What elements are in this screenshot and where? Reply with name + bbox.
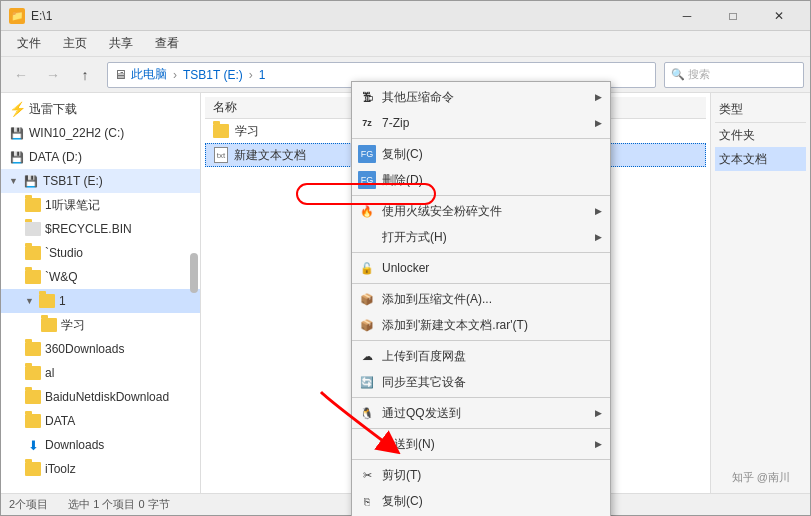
ctx-cut[interactable]: ✂ 剪切(T) xyxy=(352,462,610,488)
sidebar-item-label: Downloads xyxy=(45,438,104,452)
sidebar-item-360downloads[interactable]: 360Downloads xyxy=(1,337,200,361)
fg-delete-icon: FG xyxy=(358,171,376,189)
separator xyxy=(352,428,610,429)
sidebar-item-label: WIN10_22H2 (C:) xyxy=(29,126,124,140)
window-title: E:\1 xyxy=(31,9,52,23)
ctx-copy[interactable]: ⎘ 复制(C) xyxy=(352,488,610,514)
folder-icon xyxy=(25,222,41,236)
sidebar-item-label: 360Downloads xyxy=(45,342,124,356)
folder-icon xyxy=(41,318,57,332)
sidebar-item-data[interactable]: DATA xyxy=(1,409,200,433)
ctx-qq-send[interactable]: 🐧 通过QQ发送到 xyxy=(352,400,610,426)
separator xyxy=(352,138,610,139)
title-bar: 📁 E:\1 ─ □ ✕ xyxy=(1,1,810,31)
address-folder[interactable]: 1 xyxy=(259,68,266,82)
cut-icon: ✂ xyxy=(358,466,376,484)
menu-file[interactable]: 文件 xyxy=(7,33,51,54)
ctx-sync[interactable]: 🔄 同步至其它设备 xyxy=(352,369,610,395)
sidebar-item-notes[interactable]: 1听课笔记 xyxy=(1,193,200,217)
ctx-open-with[interactable]: 打开方式(H) xyxy=(352,224,610,250)
context-menu: 🗜 其他压缩命令 7z 7-Zip FG 复制(C) FG 删除(D) 🔥 使用… xyxy=(351,81,611,516)
ctx-7zip[interactable]: 7z 7-Zip xyxy=(352,110,610,136)
right-panel-txt-type: 文本文档 xyxy=(715,147,806,171)
downloads-icon: ⬇ xyxy=(25,437,41,453)
ctx-send-to[interactable]: 发送到(N) xyxy=(352,431,610,457)
ctx-unlocker[interactable]: 🔓 Unlocker xyxy=(352,255,610,281)
explorer-window: 📁 E:\1 ─ □ ✕ 文件 主页 共享 查看 ← → ↑ 🖥 此电脑 › T… xyxy=(0,0,811,516)
menu-view[interactable]: 查看 xyxy=(145,33,189,54)
fire-icon: 🔥 xyxy=(358,202,376,220)
sidebar-item-wq[interactable]: `W&Q xyxy=(1,265,200,289)
cloud-icon: ☁ xyxy=(358,347,376,365)
sidebar-item-label: `W&Q xyxy=(45,270,78,284)
drive-icon: 💾 xyxy=(23,173,39,189)
maximize-button[interactable]: □ xyxy=(710,1,756,31)
ctx-copy-fg[interactable]: FG 复制(C) xyxy=(352,141,610,167)
sidebar-item-e-drive[interactable]: ▼ 💾 TSB1T (E:) xyxy=(1,169,200,193)
close-button[interactable]: ✕ xyxy=(756,1,802,31)
folder-icon xyxy=(25,270,41,284)
sidebar-item-recycle[interactable]: $RECYCLE.BIN xyxy=(1,217,200,241)
sidebar-item-label: iToolz xyxy=(45,462,76,476)
ctx-add-archive[interactable]: 📦 添加到压缩文件(A)... xyxy=(352,286,610,312)
sidebar-item-label: BaiduNetdiskDownload xyxy=(45,390,169,404)
ctx-delete-fg[interactable]: FG 删除(D) xyxy=(352,167,610,193)
right-panel: 类型 文件夹 文本文档 xyxy=(710,93,810,493)
separator xyxy=(352,459,610,460)
unlocker-icon: 🔓 xyxy=(358,259,376,277)
search-box[interactable]: 🔍 搜索 xyxy=(664,62,804,88)
ctx-other-compress[interactable]: 🗜 其他压缩命令 xyxy=(352,84,610,110)
right-panel-folder-type: 文件夹 xyxy=(715,123,806,147)
7zip-icon: 7z xyxy=(358,114,376,132)
folder-icon xyxy=(25,246,41,260)
sidebar-item-downloads[interactable]: ⬇ Downloads xyxy=(1,433,200,457)
sidebar-item-baidu[interactable]: BaiduNetdiskDownload xyxy=(1,385,200,409)
sidebar-item-itools[interactable]: iToolz xyxy=(1,457,200,481)
right-panel-type-header: 类型 xyxy=(715,97,806,123)
watermark: 知乎 @南川 xyxy=(732,470,790,485)
sidebar-item-d-drive[interactable]: 💾 DATA (D:) xyxy=(1,145,200,169)
folder-icon xyxy=(213,124,229,138)
sync-icon: 🔄 xyxy=(358,373,376,391)
sidebar-item-label: DATA xyxy=(45,414,75,428)
separator xyxy=(352,397,610,398)
separator xyxy=(352,195,610,196)
sidebar-item-1[interactable]: ▼ 1 xyxy=(1,289,200,313)
address-computer[interactable]: 此电脑 xyxy=(131,66,167,83)
ctx-fire-shred[interactable]: 🔥 使用火绒安全粉碎文件 xyxy=(352,198,610,224)
folder-icon xyxy=(25,342,41,356)
scroll-thumb[interactable] xyxy=(190,253,198,293)
up-button[interactable]: ↑ xyxy=(71,61,99,89)
separator xyxy=(352,252,610,253)
archive-icon: 📦 xyxy=(358,290,376,308)
sidebar-item-label: 学习 xyxy=(61,317,85,334)
minimize-button[interactable]: ─ xyxy=(664,1,710,31)
sidebar-item-label: 1听课笔记 xyxy=(45,197,100,214)
sidebar-item-study[interactable]: 学习 xyxy=(1,313,200,337)
folder-icon xyxy=(25,390,41,404)
folder-icon xyxy=(25,198,41,212)
ctx-baidu-upload[interactable]: ☁ 上传到百度网盘 xyxy=(352,343,610,369)
sidebar-item-al[interactable]: al xyxy=(1,361,200,385)
compress-icon: 🗜 xyxy=(358,88,376,106)
sidebar: ⚡ 迅雷下载 💾 WIN10_22H2 (C:) 💾 DATA (D:) ▼ 💾… xyxy=(1,93,201,493)
sidebar-item-label: 迅雷下载 xyxy=(29,101,77,118)
sidebar-item-c-drive[interactable]: 💾 WIN10_22H2 (C:) xyxy=(1,121,200,145)
forward-button[interactable]: → xyxy=(39,61,67,89)
thunder-icon: ⚡ xyxy=(9,101,25,117)
menu-home[interactable]: 主页 xyxy=(53,33,97,54)
ctx-add-rar[interactable]: 📦 添加到'新建文本文档.rar'(T) xyxy=(352,312,610,338)
sidebar-item-thunder[interactable]: ⚡ 迅雷下载 xyxy=(1,97,200,121)
fg-copy-icon: FG xyxy=(358,145,376,163)
sidebar-item-label: TSB1T (E:) xyxy=(43,174,103,188)
menu-share[interactable]: 共享 xyxy=(99,33,143,54)
sidebar-item-label: DATA (D:) xyxy=(29,150,82,164)
back-button[interactable]: ← xyxy=(7,61,35,89)
drive-icon: 💾 xyxy=(9,149,25,165)
rar-icon: 📦 xyxy=(358,316,376,334)
openwith-icon xyxy=(358,228,376,246)
drive-icon: 💾 xyxy=(9,125,25,141)
sidebar-item-studio[interactable]: `Studio xyxy=(1,241,200,265)
sidebar-item-label: 1 xyxy=(59,294,66,308)
address-drive[interactable]: TSB1T (E:) xyxy=(183,68,243,82)
